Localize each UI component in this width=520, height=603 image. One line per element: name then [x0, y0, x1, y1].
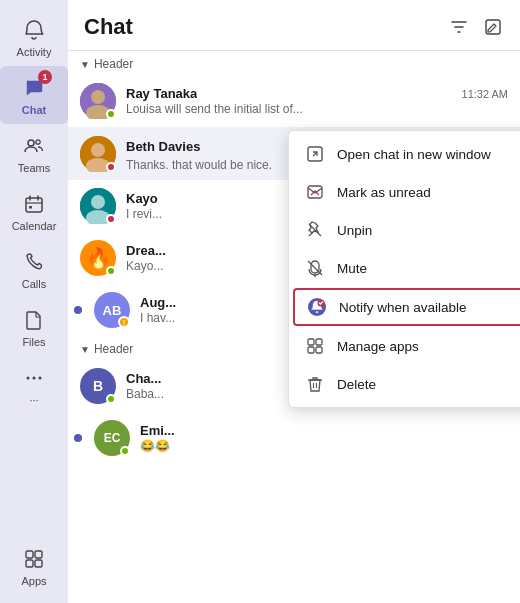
sidebar-item-calendar[interactable]: Calendar — [0, 182, 68, 240]
svg-rect-2 — [26, 198, 42, 212]
sidebar-item-chat[interactable]: 1 Chat — [0, 66, 68, 124]
context-label-notify: Notify when available — [339, 300, 467, 315]
section-label-1: Header — [94, 57, 133, 71]
more-icon — [20, 364, 48, 392]
svg-point-23 — [91, 195, 105, 209]
context-label-mark-unread: Mark as unread — [337, 185, 431, 200]
context-label-mute: Mute — [337, 261, 367, 276]
section-label-2: Header — [94, 342, 133, 356]
sidebar-item-more-label: ··· — [29, 394, 38, 406]
sidebar-item-apps-label: Apps — [21, 575, 46, 587]
context-menu-item-mark-unread[interactable]: Mark as unread — [289, 173, 520, 211]
status-busy — [106, 162, 116, 172]
chat-time-ray: 11:32 AM — [462, 88, 508, 100]
context-label-manage-apps: Manage apps — [337, 339, 419, 354]
svg-rect-26 — [308, 186, 322, 198]
sidebar-item-apps[interactable]: Apps — [0, 537, 68, 595]
svg-point-4 — [27, 377, 30, 380]
sidebar: Activity 1 Chat Teams — [0, 0, 68, 603]
teams-icon — [20, 132, 48, 160]
status-online-emi — [120, 446, 130, 456]
unpin-icon — [305, 220, 325, 240]
sidebar-item-activity-label: Activity — [17, 46, 52, 58]
section-chevron-2: ▼ — [80, 344, 90, 355]
sidebar-item-activity[interactable]: Activity — [0, 8, 68, 66]
svg-point-5 — [33, 377, 36, 380]
sidebar-item-calendar-label: Calendar — [12, 220, 57, 232]
chat-info-emi: Emi... 😂😂 — [140, 423, 508, 453]
svg-rect-31 — [308, 347, 314, 353]
svg-rect-8 — [35, 551, 42, 558]
chat-icon: 1 — [20, 74, 48, 102]
context-menu-item-notify[interactable]: Notify when available — [293, 288, 520, 326]
section-header-1: ▼ Header — [68, 51, 520, 75]
context-menu-item-manage-apps[interactable]: Manage apps — [289, 327, 520, 365]
apps-icon — [20, 545, 48, 573]
chat-name-beth: Beth Davies — [126, 139, 200, 154]
manage-apps-icon — [305, 336, 325, 356]
notify-icon — [307, 297, 327, 317]
avatar-emi: EC — [94, 420, 130, 456]
svg-rect-10 — [35, 560, 42, 567]
avatar-drea: 🔥 — [80, 240, 116, 276]
unread-indicator — [74, 306, 82, 314]
avatar-beth — [80, 136, 116, 172]
context-menu-item-unpin[interactable]: Unpin — [289, 211, 520, 249]
calls-icon — [20, 248, 48, 276]
svg-point-13 — [91, 90, 105, 104]
context-label-unpin: Unpin — [337, 223, 372, 238]
sidebar-item-teams[interactable]: Teams — [0, 124, 68, 182]
chat-item-ray[interactable]: Ray Tanaka 11:32 AM Louisa will send the… — [68, 75, 520, 127]
sidebar-item-files-label: Files — [22, 336, 45, 348]
mark-unread-icon — [305, 182, 325, 202]
delete-icon — [305, 374, 325, 394]
status-online-cha — [106, 394, 116, 404]
unread-indicator-emi — [74, 434, 82, 442]
header-icons — [448, 16, 504, 38]
svg-rect-3 — [29, 206, 32, 209]
svg-point-16 — [91, 143, 105, 157]
chat-item-emi[interactable]: EC Emi... 😂😂 — [68, 412, 520, 464]
svg-point-0 — [28, 140, 34, 146]
main-header: Chat — [68, 0, 520, 51]
sidebar-item-more[interactable]: ··· — [0, 356, 68, 414]
files-icon — [20, 306, 48, 334]
chat-name-aug: Aug... — [140, 295, 176, 310]
mute-icon — [305, 258, 325, 278]
sidebar-item-chat-label: Chat — [22, 104, 46, 116]
context-label-delete: Delete — [337, 377, 376, 392]
sidebar-item-teams-label: Teams — [18, 162, 50, 174]
chat-name-drea: Drea... — [126, 243, 166, 258]
sidebar-item-calls[interactable]: Calls — [0, 240, 68, 298]
chat-name-kayo: Kayo — [126, 191, 158, 206]
context-menu: Open chat in new window Mark as unread — [288, 130, 520, 408]
svg-rect-7 — [26, 551, 33, 558]
chat-badge: 1 — [38, 70, 52, 84]
avatar-aug: AB ! — [94, 292, 130, 328]
context-menu-item-delete[interactable]: Delete — [289, 365, 520, 403]
svg-point-1 — [36, 140, 40, 144]
avatar-kayo — [80, 188, 116, 224]
chat-preview-emi: 😂😂 — [140, 439, 508, 453]
main-panel: Chat ▼ Header — [68, 0, 520, 603]
calendar-icon — [20, 190, 48, 218]
status-online-drea — [106, 266, 116, 276]
status-dnd — [106, 214, 116, 224]
activity-icon — [20, 16, 48, 44]
context-menu-item-open-window[interactable]: Open chat in new window — [289, 135, 520, 173]
chat-name-emi: Emi... — [140, 423, 175, 438]
svg-rect-30 — [316, 339, 322, 345]
svg-rect-29 — [308, 339, 314, 345]
svg-rect-9 — [26, 560, 33, 567]
avatar-ray — [80, 83, 116, 119]
avatar-cha: B — [80, 368, 116, 404]
sidebar-item-calls-label: Calls — [22, 278, 46, 290]
sidebar-item-files[interactable]: Files — [0, 298, 68, 356]
open-window-icon — [305, 144, 325, 164]
filter-icon[interactable] — [448, 16, 470, 38]
compose-icon[interactable] — [482, 16, 504, 38]
chat-name-cha: Cha... — [126, 371, 161, 386]
svg-rect-32 — [316, 347, 322, 353]
status-online — [106, 109, 116, 119]
context-menu-item-mute[interactable]: Mute — [289, 249, 520, 287]
